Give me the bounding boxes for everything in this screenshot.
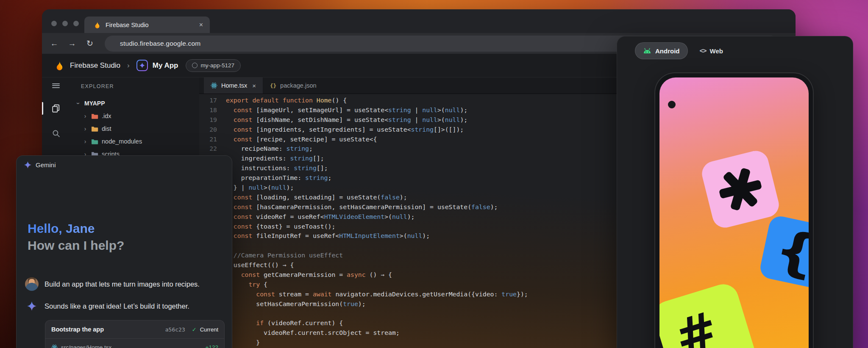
firebase-logo-icon xyxy=(55,61,64,70)
diff-count: +122 xyxy=(206,344,218,348)
asterisk-icon xyxy=(715,163,766,215)
project-id-pill[interactable]: my-app-5127 xyxy=(186,59,241,72)
close-tab-icon[interactable]: × xyxy=(199,21,203,29)
greeting-line-1: Hello, Jane xyxy=(28,220,124,237)
phone-frame: { # xyxy=(655,73,813,348)
message-text: Sounds like a great idea! Let’s build it… xyxy=(45,302,189,310)
code-line-text: //Camera Permission useEffect xyxy=(226,251,343,260)
commit-hash: a56c23 xyxy=(165,326,185,333)
files-icon xyxy=(52,104,60,113)
search-button[interactable] xyxy=(42,126,70,141)
editor-tab-label: package.json xyxy=(280,82,316,89)
maximize-window-button[interactable] xyxy=(73,21,79,26)
task-card-header[interactable]: Bootstrap the app a56c23 ✓ Current xyxy=(45,320,224,338)
line-number: 21 xyxy=(199,135,217,144)
tab-strip: Firebase Studio × xyxy=(42,9,796,33)
chat-message-user: Build an app that lets me turn images in… xyxy=(25,277,225,291)
tree-item-idx[interactable]: › .idx xyxy=(70,110,199,122)
menu-button[interactable] xyxy=(42,78,70,93)
gemini-star-icon xyxy=(24,161,31,168)
user-avatar xyxy=(25,277,39,291)
tree-root-myapp[interactable]: › MYAPP xyxy=(70,97,199,110)
react-icon xyxy=(51,344,58,348)
status-badge: Current xyxy=(200,326,218,333)
code-line-text: const [imageUrl, setImageUrl] = useState… xyxy=(226,105,467,115)
back-button[interactable]: ← xyxy=(45,39,63,48)
breadcrumb-separator: › xyxy=(127,61,130,70)
tree-item-label: .idx xyxy=(102,113,111,119)
editor-tab-home[interactable]: Home.tsx × xyxy=(204,77,263,94)
code-line-text: setHasCameraPermission(true); xyxy=(226,299,366,309)
task-card[interactable]: Bootstrap the app a56c23 ✓ Current src/p… xyxy=(45,320,225,348)
react-icon xyxy=(211,82,217,89)
close-editor-tab-icon[interactable]: × xyxy=(252,82,256,89)
tab-title: Firebase Studio xyxy=(106,22,199,28)
chevron-right-icon: › xyxy=(82,125,89,132)
project-id-label: my-app-5127 xyxy=(201,62,235,69)
code-line-text: const [loading, setLoading] = useState(f… xyxy=(226,193,407,202)
check-icon: ✓ xyxy=(192,326,197,333)
code-line-text: export default function Home() { xyxy=(226,96,347,105)
gemini-header: Gemini xyxy=(24,161,56,168)
app-brand: Firebase Studio xyxy=(70,61,120,70)
code-line-text: if (videoRef.current) { xyxy=(226,318,343,328)
reload-button[interactable]: ↻ xyxy=(81,39,99,48)
code-line-text: const fileInputRef = useRef<HTMLInputEle… xyxy=(226,231,430,241)
folder-icon xyxy=(91,126,98,132)
firebase-favicon-icon xyxy=(94,21,101,28)
code-line-text: const [ingredients, setIngredients] = us… xyxy=(226,125,464,135)
tree-item-dist[interactable]: › dist xyxy=(70,122,199,135)
project-icon xyxy=(136,60,148,71)
code-line-text: const stream = await navigator.mediaDevi… xyxy=(226,290,528,299)
chevron-right-icon: › xyxy=(82,113,89,119)
gemini-greeting: Hello, Jane How can I help? xyxy=(28,220,124,254)
code-line-text: const [recipe, setRecipe] = useState<{ xyxy=(226,135,377,144)
preview-target-toggle: Android <> Web xyxy=(635,42,723,59)
camera-hole xyxy=(668,101,676,108)
green-square-shape: # xyxy=(659,281,759,348)
minimize-window-button[interactable] xyxy=(62,21,68,26)
code-brackets-icon: <> xyxy=(700,47,707,55)
explorer-title: EXPLORER xyxy=(81,83,114,89)
task-file-row[interactable]: src/pages/Home.tsx +122 xyxy=(45,339,224,348)
code-line-text: const [hasCameraPermission, setHasCamera… xyxy=(226,202,498,212)
pink-square-shape xyxy=(699,148,782,230)
line-number: 19 xyxy=(199,115,217,125)
web-toggle[interactable]: <> Web xyxy=(700,47,723,55)
code-line-text: videoRef.current.srcObject = stream; xyxy=(226,328,400,338)
android-toggle[interactable]: Android xyxy=(635,42,688,59)
task-title: Bootstrap the app xyxy=(51,326,162,333)
line-number: 22 xyxy=(199,144,217,154)
gemini-panel: Gemini Hello, Jane How can I help? Build… xyxy=(16,155,232,348)
url-text: studio.firebase.google.com xyxy=(120,40,200,47)
android-toggle-label: Android xyxy=(655,47,680,55)
browser-tab[interactable]: Firebase Studio × xyxy=(84,17,210,33)
folder-icon xyxy=(91,138,98,145)
editor-tab-package[interactable]: {} package.json xyxy=(263,77,323,94)
phone-screen[interactable]: { # xyxy=(659,77,809,348)
chat-message-gemini: Sounds like a great idea! Let’s build it… xyxy=(25,299,225,313)
close-window-button[interactable] xyxy=(51,21,57,26)
blue-square-shape: { xyxy=(758,214,809,290)
curly-braces-icon: {} xyxy=(270,83,276,89)
line-number: 17 xyxy=(199,96,217,105)
code-line-text: } | null>(null); xyxy=(226,183,294,193)
root-folder-label: MYAPP xyxy=(84,100,105,107)
window-controls xyxy=(51,21,79,26)
web-toggle-label: Web xyxy=(710,47,723,55)
message-text: Build an app that lets me turn images in… xyxy=(45,280,200,288)
file-tree: › MYAPP › .idx › xyxy=(70,97,199,160)
project-id-icon xyxy=(192,63,198,68)
explorer-button[interactable] xyxy=(42,101,70,116)
code-line-text: const videoRef = useRef<HTMLVideoElement… xyxy=(226,212,415,222)
gemini-star-icon xyxy=(25,301,39,311)
hash-glyph: # xyxy=(668,300,725,348)
folder-icon xyxy=(91,113,98,119)
hamburger-icon xyxy=(52,82,60,89)
tree-item-node-modules[interactable]: › node_modules xyxy=(70,135,199,148)
forward-button[interactable]: → xyxy=(63,39,81,48)
tree-item-label: node_modules xyxy=(102,138,142,145)
code-line-text: const {toast} = useToast(); xyxy=(226,222,335,232)
code-line-text: useEffect(() ⇒ { xyxy=(226,260,294,270)
code-line-text: ingredients: string[]; xyxy=(226,154,324,163)
